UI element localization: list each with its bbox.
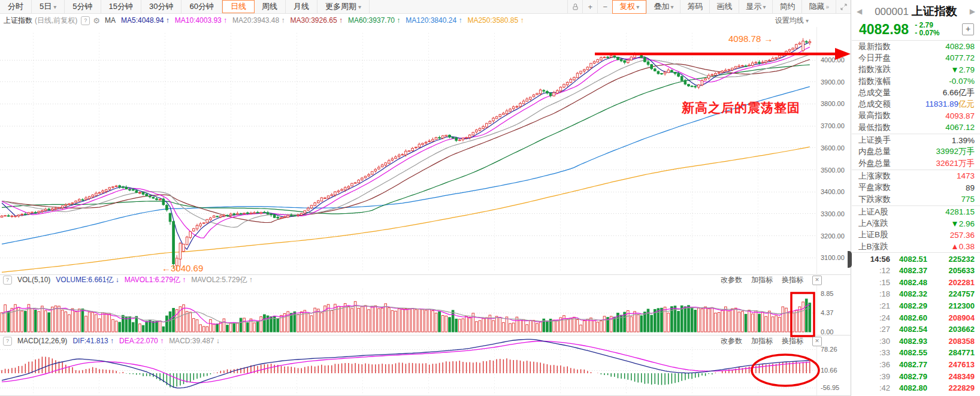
quote-row-value: 1.39% <box>952 136 975 145</box>
ma-value-label: MA60:3937.70 ↑ <box>348 16 400 25</box>
lock-icon[interactable] <box>567 0 582 13</box>
chevron-down-icon: ▾ <box>670 4 673 10</box>
quote-row-value: ▼2.96 <box>951 219 975 228</box>
tab-分时[interactable]: 分时 <box>0 0 32 13</box>
tab-日线[interactable]: 日线 <box>222 0 255 13</box>
toolbar-button-显示[interactable]: 显示▾ <box>739 0 772 14</box>
quote-row-label: 上证换手 <box>858 135 891 146</box>
vol-close-icon[interactable]: ✕ <box>812 276 822 285</box>
svg-text:-56.95: -56.95 <box>821 384 839 391</box>
vol-换指标-button[interactable]: 换指标 <box>782 275 803 285</box>
tick-volume: 208904 <box>936 313 975 322</box>
macd-加指标-button[interactable]: 加指标 <box>751 336 773 346</box>
chevron-down-icon: ▾ <box>763 4 766 10</box>
tick-time: :36 <box>855 360 890 369</box>
macd-换指标-button[interactable]: 换指标 <box>782 336 803 346</box>
tab-5分钟[interactable]: 5分钟 <box>65 0 101 13</box>
tab-60分钟[interactable]: 60分钟 <box>182 0 222 13</box>
tick-volume: 205633 <box>936 266 975 275</box>
quote-row: 今日开盘4077.72 <box>852 52 980 64</box>
toolbar-button-筹码[interactable]: 筹码 <box>680 0 709 13</box>
expand-icon[interactable] <box>836 0 851 13</box>
chart-mode-label: (日线,前复权) <box>35 16 77 26</box>
chart-column: 分时5日▾5分钟15分钟30分钟60分钟日线周线月线更多周期▾ +−复权▾叠加▾… <box>0 0 851 396</box>
quote-row-unit: 亿元 <box>958 99 975 108</box>
tick-price: 4082.29 <box>890 301 936 310</box>
quote-row: 总成交量6.66亿手 <box>852 87 980 98</box>
quote-row: 下跌家数775 <box>852 194 980 205</box>
tick-time: 14:56 <box>855 255 890 264</box>
ma-settings-button[interactable]: 设置均线 ▾ <box>775 16 809 26</box>
next-stock-arrow[interactable]: ▶ <box>970 7 975 16</box>
quote-row-label: 下跌家数 <box>858 194 891 205</box>
indicator-value-label: MAVOL2:5.729亿 ↑ <box>191 275 253 285</box>
help-icon[interactable]: ? <box>81 16 90 25</box>
quote-row-label: 内盘总量 <box>858 146 891 157</box>
tick-row: :184082.32224757 <box>852 288 980 300</box>
tick-price: 4082.93 <box>890 337 936 346</box>
svg-text:3500.00: 3500.00 <box>821 167 845 174</box>
toolbar-button-叠加[interactable]: 叠加▾ <box>646 0 680 14</box>
vol-加指标-button[interactable]: 加指标 <box>751 275 773 285</box>
trend-up-arrow-icon: ↑ <box>182 276 186 284</box>
tick-price: 4082.32 <box>890 289 936 298</box>
tick-row: :304082.93208358 <box>852 335 980 347</box>
tab-更多周期[interactable]: 更多周期▾ <box>317 0 370 13</box>
indicator-value-label: DIF:41.813 ↑ <box>72 337 114 345</box>
quote-row-value: 4082.98 <box>945 42 975 51</box>
tick-price: 4082.55 <box>890 348 936 357</box>
svg-text:4.37: 4.37 <box>821 309 833 316</box>
tick-row: :124082.37205633 <box>852 265 980 277</box>
svg-text:10.66: 10.66 <box>821 367 837 374</box>
add-to-watchlist-button[interactable]: + <box>962 23 974 35</box>
vol-改参数-button[interactable]: 改参数 <box>721 275 742 285</box>
gear-icon[interactable]: ⚙ <box>93 16 100 25</box>
quote-row-value: 32621万手 <box>936 158 975 169</box>
tick-volume: 208358 <box>936 337 975 346</box>
toolbar-button-复权[interactable]: 复权▾ <box>612 0 646 14</box>
trend-up-arrow-icon: ↑ <box>458 16 462 25</box>
tick-list[interactable]: 14:564082.51225232:124082.37205633:15408… <box>852 252 980 396</box>
macd-close-icon[interactable]: ✕ <box>812 337 822 346</box>
svg-text:3300.00: 3300.00 <box>821 210 845 217</box>
quote-row-label: 外盘总量 <box>858 158 891 169</box>
tab-30分钟[interactable]: 30分钟 <box>141 0 182 13</box>
tick-price: 4082.77 <box>890 360 936 369</box>
chevron-down-icon: ▾ <box>53 4 56 10</box>
prev-stock-arrow[interactable]: ◀ <box>857 7 862 16</box>
trend-up-arrow-icon: ↑ <box>249 276 253 284</box>
tick-volume: 212300 <box>936 301 975 310</box>
tab-月线[interactable]: 月线 <box>286 0 317 13</box>
quote-row-label: 今日开盘 <box>858 53 891 64</box>
quote-row: 上证A股4281.15 <box>852 206 980 217</box>
tab-5日[interactable]: 5日▾ <box>32 0 65 13</box>
help-icon[interactable]: ? <box>3 337 12 346</box>
panel-splitter-handle[interactable] <box>848 251 852 268</box>
tab-15分钟[interactable]: 15分钟 <box>101 0 141 13</box>
indicator-bar: 上证指数 (日线,前复权) ? ⚙ MA MA5:4048.94 ↑MA10:4… <box>0 14 851 27</box>
svg-text:3600.00: 3600.00 <box>821 144 845 152</box>
quote-row-label: 上证B股 <box>858 229 888 240</box>
ma-values-list: MA5:4048.94 ↑MA10:4003.93 ↑MA20:3943.48 … <box>116 16 524 25</box>
trend-up-arrow-icon: ↑ <box>110 337 114 345</box>
quote-row: 上证换手1.39% <box>852 134 980 146</box>
price-change: - 2.79- 0.07% <box>915 22 939 37</box>
stock-name: 上证指数 <box>912 5 957 17</box>
quote-row: 上涨家数1473 <box>852 170 980 182</box>
zoom-out-button[interactable]: − <box>597 0 612 13</box>
stock-code: 000001 <box>875 6 909 17</box>
toolbar-button-画线[interactable]: 画线 <box>709 0 739 13</box>
tick-volume: 202281 <box>936 278 975 287</box>
svg-text:3700.00: 3700.00 <box>821 122 845 129</box>
help-icon[interactable]: ? <box>3 276 12 285</box>
chart-region: 4000.003900.003800.003700.003600.003500.… <box>0 27 851 396</box>
tab-周线[interactable]: 周线 <box>254 0 286 13</box>
zoom-in-button[interactable]: + <box>582 0 597 13</box>
quote-row-value: 775 <box>961 195 975 204</box>
macd-改参数-button[interactable]: 改参数 <box>721 336 742 346</box>
quote-row-label: 总成交量 <box>858 87 891 98</box>
toolbar-button-简约[interactable]: 简约 <box>772 0 801 13</box>
quote-row: 指数涨跌▼2.79 <box>852 64 980 75</box>
tick-price: 4082.80 <box>890 383 936 392</box>
toolbar-button-隐藏[interactable]: 隐藏» <box>801 0 836 14</box>
